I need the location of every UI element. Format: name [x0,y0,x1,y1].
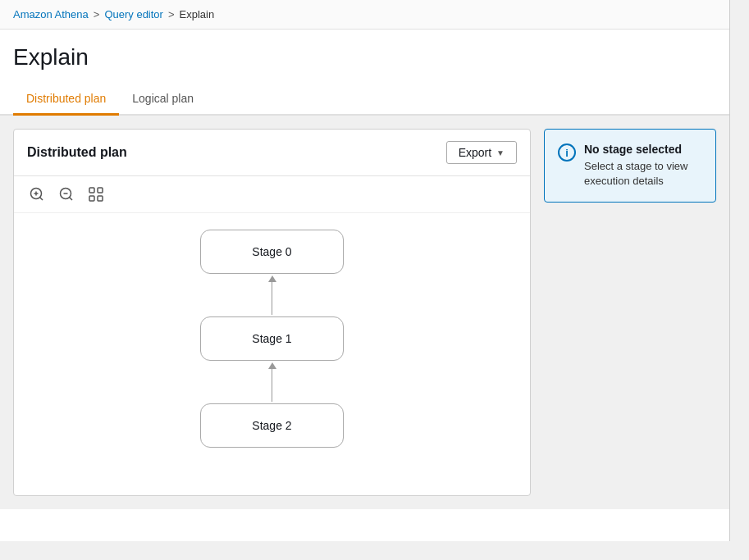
page-wrapper: Amazon Athena > Query editor > Explain E… [0,0,730,541]
svg-line-6 [70,198,73,201]
svg-rect-8 [98,188,103,193]
plan-panel: Distributed plan Export ▼ [13,129,531,496]
breadcrumb-sep-1: > [94,8,100,20]
info-title: No stage selected [584,143,702,156]
info-icon: i [558,143,576,162]
arrow-line [272,369,272,402]
diagram-area: Stage 0 Stage 1 Stage 2 [14,213,530,464]
tab-distributed-plan[interactable]: Distributed plan [13,84,119,116]
zoom-out-icon [58,186,75,203]
page-title: Explain [13,44,716,71]
arrow-head-icon [268,275,276,282]
fit-view-icon [88,186,104,203]
tab-logical-plan[interactable]: Logical plan [119,84,207,116]
plan-panel-header: Distributed plan Export ▼ [14,130,530,176]
svg-line-3 [40,198,43,201]
stage-1-box[interactable]: Stage 1 [200,316,344,361]
page-title-area: Explain [0,30,729,71]
info-description: Select a stage to view execution details [584,159,702,189]
main-content: Distributed plan Export ▼ [0,116,729,509]
zoom-in-button[interactable] [27,184,47,204]
arrow-stage2-to-stage1 [268,362,276,402]
zoom-in-icon [29,186,45,203]
breadcrumb-home[interactable]: Amazon Athena [13,8,89,20]
arrow-head-icon [268,362,276,369]
stage-2-box[interactable]: Stage 2 [200,403,344,448]
stage-0-box[interactable]: Stage 0 [200,230,344,274]
arrow-stage1-to-stage0 [268,275,276,315]
info-text-block: No stage selected Select a stage to view… [584,143,702,189]
breadcrumb: Amazon Athena > Query editor > Explain [0,0,729,30]
export-button[interactable]: Export ▼ [446,141,517,164]
info-panel: i No stage selected Select a stage to vi… [544,129,716,203]
zoom-controls [14,176,530,213]
svg-rect-10 [98,196,103,201]
chevron-down-icon: ▼ [496,148,505,157]
export-label: Export [459,146,491,159]
fit-view-button[interactable] [86,184,106,204]
breadcrumb-parent[interactable]: Query editor [104,8,163,20]
arrow-line [272,282,272,315]
svg-rect-9 [89,196,94,201]
svg-rect-7 [89,188,94,193]
breadcrumb-sep-2: > [168,8,175,20]
breadcrumb-current: Explain [180,8,215,20]
plan-panel-title: Distributed plan [27,145,127,160]
zoom-out-button[interactable] [57,184,76,204]
tabs-bar: Distributed plan Logical plan [0,84,729,116]
